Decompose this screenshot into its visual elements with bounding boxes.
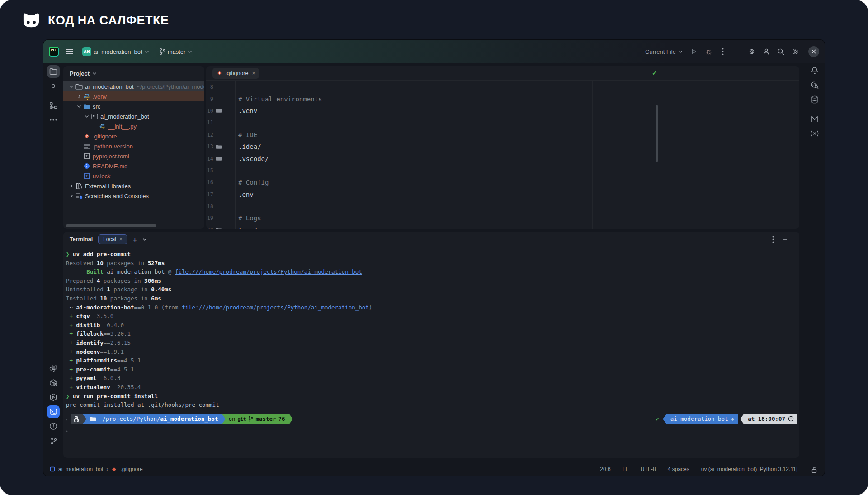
editor-line-10[interactable]: 10.venv [206,105,799,117]
terminal-text [73,384,76,390]
terminal-text: 0.40ms [151,286,171,293]
tool-stripe-python-packages[interactable] [47,376,60,389]
code-editor[interactable]: 89# Virtual environments10.venv1112# IDE… [206,81,799,229]
inspection-ok-badge[interactable]: ✓ [652,69,657,76]
tree-item-src[interactable]: src [63,101,204,111]
tool-stripe-inline-values[interactable] [808,127,821,140]
vcs-widget[interactable]: master [156,46,195,57]
chevron-right-icon[interactable] [75,94,83,99]
editor-line-16[interactable]: 16# Config [206,176,799,188]
editor-line-18[interactable]: 18 [206,200,799,212]
editor-vertical-scrollbar[interactable] [656,105,658,162]
breadcrumb[interactable]: ai_moderation_bot › .gitignore [50,466,143,472]
terminal-link[interactable]: file:///home/prodream/projects/Python/ai… [175,268,362,275]
chevron-down-icon[interactable] [92,71,97,75]
project-horizontal-scrollbar[interactable] [66,224,156,227]
line-number: 14 [206,156,213,162]
run-button[interactable] [688,46,700,57]
terminal-text [66,366,70,373]
tree-item-uv.lock[interactable]: uv.lock [63,171,204,181]
tool-stripe-notifications[interactable] [808,64,821,77]
more-actions-button[interactable] [717,46,729,57]
editor-line-13[interactable]: 13.idea/ [206,141,799,152]
bug-icon [705,48,712,55]
tool-stripe-database[interactable] [808,93,821,106]
tool-stripe-more-tools[interactable] [47,114,60,126]
tree-item-__init__.py[interactable]: __init__.py [63,121,204,131]
tree-item-.python-version[interactable]: .python-version [63,141,204,151]
terminal-dropdown-icon[interactable] [142,238,147,241]
tool-stripe-ai-assistant[interactable] [808,79,821,91]
python-mono-icon [49,364,57,372]
settings-button[interactable] [789,46,801,57]
terminal-tab-local[interactable]: Local × [98,234,127,244]
tool-stripe-version-control[interactable] [47,434,60,447]
terminal-output[interactable]: ❯ uv add pre-commitResolved 10 packages … [63,247,799,410]
tree-item-README.md[interactable]: README.md [63,161,204,171]
lock-icon[interactable] [811,466,817,473]
terminal-options-icon[interactable] [772,236,774,243]
status-caret-position[interactable]: 20:6 [600,466,610,472]
search-everywhere-button[interactable] [775,46,787,57]
terminal-text: Resolved [66,260,97,267]
window-close-button[interactable] [808,46,819,57]
ai-assistant-button[interactable] [746,46,758,57]
tree-item-pyproject.toml[interactable]: pyproject.toml [63,151,204,161]
tree-item-ExternalLibraries[interactable]: External Libraries [63,181,204,191]
commit-icon [49,83,57,89]
editor-line-14[interactable]: 14.vscode/ [206,152,799,164]
new-terminal-button[interactable]: + [133,236,137,243]
chevron-right-icon[interactable] [68,194,75,198]
status-indent-style[interactable]: 4 spaces [668,466,689,472]
services-icon [49,393,57,401]
tool-stripe-python-console[interactable] [47,362,60,375]
terminal-link[interactable]: file:///home/prodream/projects/Python/ai… [182,304,369,311]
run-configuration-select[interactable]: Current File [642,47,685,57]
editor-line-19[interactable]: 19# Logs [206,212,799,224]
chevron-down-icon[interactable] [83,114,90,118]
play-icon [691,48,697,55]
breadcrumb-file[interactable]: .gitignore [120,466,142,472]
tool-stripe-commit[interactable] [47,80,60,92]
editor-line-11[interactable]: 11 [206,117,799,129]
status-file-encoding[interactable]: UTF-8 [641,466,656,472]
tool-stripe-terminal[interactable] [47,405,60,418]
editor-line-20[interactable]: 20logs/ [206,224,799,229]
editor-tab-gitignore[interactable]: .gitignore × [212,68,259,79]
line-number: 11 [206,119,213,126]
terminal-text: ai-moderation-bot [76,304,134,311]
tree-item-.gitignore[interactable]: .gitignore [63,131,204,141]
breadcrumb-project[interactable]: ai_moderation_bot [58,466,103,472]
editor-line-12[interactable]: 12# IDE [206,129,799,141]
line-number: 20 [206,227,213,229]
chevron-right-icon[interactable] [68,184,75,188]
tool-stripe-problems[interactable] [47,420,60,433]
tool-stripe-project-folder[interactable] [47,65,60,78]
tree-item-ai_moderation_bot[interactable]: ai_moderation_bot~/projects/Python/ai_mo… [63,81,204,91]
terminal-text [171,268,175,275]
chevron-down-icon[interactable] [68,85,75,88]
tool-stripe-services[interactable] [47,391,60,404]
editor-line-15[interactable]: 15 [206,165,799,176]
terminal-tab-close-icon[interactable]: × [119,236,123,243]
chevron-down-icon[interactable] [75,105,83,108]
project-widget[interactable]: AB ai_moderation_bot [80,45,152,58]
terminal-minimize-icon[interactable] [782,236,788,243]
editor-line-17[interactable]: 17.env [206,189,799,200]
main-menu-button[interactable] [63,46,75,57]
editor-line-8[interactable]: 8 [206,81,799,93]
module-icon [50,466,55,472]
code-with-me-button[interactable] [760,46,772,57]
tree-item-ScratchesandConsoles[interactable]: Scratches and Consoles [63,191,204,201]
editor-line-9[interactable]: 9# Virtual environments [206,93,799,105]
tree-item-.venv[interactable]: .venv [63,91,204,101]
tool-stripe-markdown[interactable] [808,113,821,125]
tool-stripe-structure[interactable] [47,99,60,112]
tree-item-label: ai_moderation_bot [85,83,134,90]
tab-close-icon[interactable]: × [252,70,255,76]
status-python-interpreter[interactable]: uv (ai_moderation_bot) [Python 3.12.11] [701,466,797,472]
tree-item-ai_moderation_bot[interactable]: ai_moderation_bot [63,111,204,121]
status-line-separator[interactable]: LF [623,466,629,472]
right-tool-stripe [805,63,825,462]
debug-button[interactable] [703,46,714,57]
